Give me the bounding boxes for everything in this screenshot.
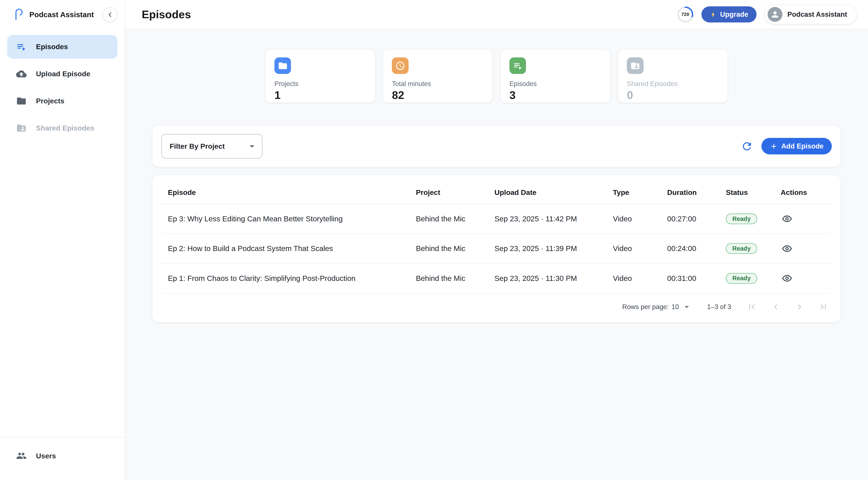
episodes-table: Episode Project Upload Date Type Duratio… xyxy=(161,180,832,293)
account-name: Podcast Assistant xyxy=(787,10,847,19)
pagination-range: 1–3 of 3 xyxy=(707,303,731,311)
first-page-button[interactable] xyxy=(747,301,757,312)
episode-date: Sep 23, 2025 · 11:39 PM xyxy=(488,234,606,263)
stat-label: Episodes xyxy=(509,80,601,88)
topbar-actions: 720 Upgrade Podcast Assistant xyxy=(677,4,857,24)
users-icon xyxy=(16,451,27,461)
eye-icon xyxy=(782,273,792,284)
podcast-logo-icon xyxy=(12,8,24,21)
sidebar-header: Podcast Assistant xyxy=(0,0,125,29)
top-bar: Episodes 720 Upgrade Pod xyxy=(125,0,868,29)
stat-value: 0 xyxy=(627,89,719,101)
cloud-upload-icon xyxy=(16,69,27,79)
column-header-episode: Episode xyxy=(161,180,409,204)
column-header-status: Status xyxy=(719,180,774,204)
stat-value: 3 xyxy=(509,89,601,101)
sidebar-footer: Users xyxy=(0,437,125,480)
rows-per-page-label: Rows per page: xyxy=(622,303,669,311)
table-row: Ep 2: How to Build a Podcast System That… xyxy=(161,234,832,263)
sidebar-item-label: Shared Episodes xyxy=(36,124,94,132)
playlist-icon xyxy=(16,41,27,52)
chevron-down-icon xyxy=(682,302,692,312)
column-header-type: Type xyxy=(606,180,660,204)
folder-icon xyxy=(278,61,288,71)
person-icon xyxy=(770,10,780,19)
stat-card-episodes: Episodes 3 xyxy=(500,49,610,103)
column-header-upload-date: Upload Date xyxy=(488,180,606,204)
stat-label: Projects xyxy=(274,80,366,88)
last-page-button[interactable] xyxy=(818,301,829,312)
sidebar-item-episodes[interactable]: Episodes xyxy=(7,35,117,59)
upgrade-button[interactable]: Upgrade xyxy=(702,6,756,23)
app-brand: Podcast Assistant xyxy=(29,10,94,19)
table-row: Ep 1: From Chaos to Clarity: Simplifying… xyxy=(161,263,832,293)
episode-duration: 00:27:00 xyxy=(660,204,719,234)
previous-page-button[interactable] xyxy=(771,301,781,312)
next-page-button[interactable] xyxy=(794,301,805,312)
episode-title: Ep 3: Why Less Editing Can Mean Better S… xyxy=(161,204,409,234)
table-header-row: Episode Project Upload Date Type Duratio… xyxy=(161,180,832,204)
folder-shared-icon xyxy=(16,123,27,133)
rows-per-page-value: 10 xyxy=(672,303,679,311)
episode-project: Behind the Mic xyxy=(409,204,488,234)
eye-icon xyxy=(782,244,792,254)
stat-label: Shared Episodes xyxy=(627,80,719,88)
refresh-button[interactable] xyxy=(740,139,754,153)
sidebar-nav: Episodes Upload Episode Projects Shared … xyxy=(0,29,125,143)
plus-icon xyxy=(770,142,778,150)
episode-project: Behind the Mic xyxy=(409,234,488,263)
refresh-icon xyxy=(741,140,753,152)
stat-label: Total minutes xyxy=(392,80,484,88)
sidebar-item-label: Upload Episode xyxy=(36,70,90,78)
sidebar-item-upload-episode[interactable]: Upload Episode xyxy=(7,62,117,86)
content: Projects 1 Total minutes 82 xyxy=(125,29,868,480)
eye-icon xyxy=(782,214,792,224)
sidebar-item-label: Projects xyxy=(36,97,64,105)
last-page-icon xyxy=(818,301,829,312)
status-badge: Ready xyxy=(726,273,757,284)
episode-date: Sep 23, 2025 · 11:42 PM xyxy=(488,204,606,234)
filter-actions: Add Episode xyxy=(740,138,832,154)
column-header-actions: Actions xyxy=(774,180,832,204)
column-header-project: Project xyxy=(409,180,488,204)
add-episode-label: Add Episode xyxy=(781,142,824,150)
clock-icon xyxy=(395,61,405,71)
column-header-duration: Duration xyxy=(660,180,719,204)
episodes-table-card: Episode Project Upload Date Type Duratio… xyxy=(152,174,841,323)
credits-ring[interactable]: 720 xyxy=(677,6,693,23)
stats-row: Projects 1 Total minutes 82 xyxy=(265,49,728,103)
view-episode-button[interactable] xyxy=(781,213,794,225)
rows-per-page-select[interactable]: Rows per page: 10 xyxy=(622,302,691,312)
bolt-icon xyxy=(710,11,716,18)
stat-card-shared-episodes: Shared Episodes 0 xyxy=(618,49,728,103)
project-filter-select[interactable]: Filter By Project xyxy=(161,134,262,159)
main-area: Episodes 720 Upgrade Pod xyxy=(125,0,868,480)
page-title: Episodes xyxy=(142,8,191,21)
sidebar: Podcast Assistant Episodes Upload Episod… xyxy=(0,0,125,480)
view-episode-button[interactable] xyxy=(781,272,794,285)
stat-value: 82 xyxy=(392,89,484,101)
stat-card-projects: Projects 1 xyxy=(265,49,375,103)
chevron-right-icon xyxy=(794,301,805,312)
chevron-down-icon xyxy=(246,141,257,152)
add-episode-button[interactable]: Add Episode xyxy=(762,138,832,154)
account-menu[interactable]: Podcast Assistant xyxy=(764,4,857,24)
folder-shared-icon xyxy=(630,61,640,71)
table-row: Ep 3: Why Less Editing Can Mean Better S… xyxy=(161,204,832,234)
sidebar-item-projects[interactable]: Projects xyxy=(7,89,117,113)
pagination-controls xyxy=(747,301,829,312)
sidebar-item-users[interactable]: Users xyxy=(7,444,117,468)
app-root: Podcast Assistant Episodes Upload Episod… xyxy=(0,0,868,480)
folder-icon xyxy=(16,96,27,106)
status-badge: Ready xyxy=(726,243,757,254)
playlist-icon xyxy=(513,61,523,71)
sidebar-item-shared-episodes[interactable]: Shared Episodes xyxy=(7,116,117,140)
sidebar-collapse-button[interactable] xyxy=(102,7,118,22)
episode-type: Video xyxy=(606,234,660,263)
episode-project: Behind the Mic xyxy=(409,263,488,293)
episode-title: Ep 2: How to Build a Podcast System That… xyxy=(161,234,409,263)
credits-value: 720 xyxy=(677,6,693,23)
episode-duration: 00:31:00 xyxy=(660,263,719,293)
pagination-bar: Rows per page: 10 1–3 of 3 xyxy=(161,293,832,315)
view-episode-button[interactable] xyxy=(781,242,794,255)
